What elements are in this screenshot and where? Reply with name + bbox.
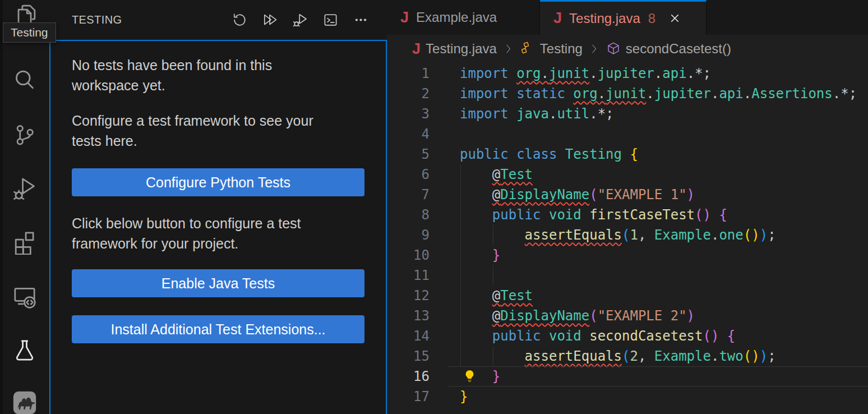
- error-squiggle: @Test: [492, 288, 533, 303]
- code-token: [460, 308, 492, 324]
- sidebar-content: No tests have been found in this workspa…: [49, 40, 387, 414]
- activity-item-extensions[interactable]: [0, 229, 49, 256]
- close-icon[interactable]: [668, 12, 681, 25]
- line-number[interactable]: 14: [387, 326, 449, 346]
- line-number[interactable]: 15: [387, 346, 449, 366]
- activity-item-camel[interactable]: [0, 389, 49, 414]
- line-content[interactable]: @Test: [449, 164, 868, 185]
- error-squiggle: assertEquals: [525, 348, 622, 364]
- search-icon: [12, 68, 37, 93]
- code-token: ,: [638, 348, 654, 364]
- line-content[interactable]: @DisplayName("EXAMPLE 2"): [449, 306, 868, 326]
- install-test-extensions-button[interactable]: Install Additional Test Extensions...: [72, 315, 364, 343]
- code-token: (): [744, 348, 760, 364]
- error-squiggle: org.junit: [516, 66, 589, 81]
- line-content[interactable]: public void secondCasetest() {: [449, 326, 868, 346]
- line-number[interactable]: 2: [387, 84, 449, 104]
- line-number[interactable]: 6: [387, 164, 449, 185]
- code-line-8: 8 public void firstCaseTest() {: [387, 205, 868, 225]
- line-number[interactable]: 5: [387, 144, 449, 164]
- line-number[interactable]: 3: [387, 104, 449, 124]
- line-number[interactable]: 12: [387, 286, 449, 306]
- code-token: junit: [549, 66, 589, 81]
- line-content[interactable]: @DisplayName("EXAMPLE 1"): [449, 185, 868, 205]
- configure-python-tests-button[interactable]: Configure Python Tests: [72, 168, 364, 196]
- line-content[interactable]: assertEquals(1, Example.one());: [449, 225, 868, 245]
- line-number[interactable]: 13: [387, 306, 449, 326]
- code-token: ,: [638, 227, 654, 243]
- tab-label: Example.java: [416, 10, 497, 25]
- line-number[interactable]: 9: [387, 225, 449, 245]
- beaker-icon: [12, 338, 37, 363]
- breadcrumb-item-Testing-java[interactable]: JTesting.java: [412, 41, 497, 57]
- code-token: @: [492, 187, 500, 203]
- lightbulb-icon[interactable]: [462, 369, 477, 384]
- line-number[interactable]: 10: [387, 245, 449, 265]
- code-token: 2: [630, 348, 638, 364]
- indent-guide: [493, 265, 493, 286]
- code-token: Example: [654, 348, 711, 364]
- line-content[interactable]: }: [449, 387, 868, 407]
- code-token: public: [492, 207, 549, 223]
- more-button[interactable]: [353, 12, 368, 27]
- code-token: }: [492, 247, 500, 263]
- refresh-button[interactable]: [232, 12, 247, 27]
- code-token: .*;: [589, 106, 613, 122]
- code-token: ;: [768, 348, 775, 364]
- line-number[interactable]: 7: [387, 185, 449, 205]
- line-content[interactable]: [449, 124, 868, 144]
- line-content[interactable]: import org.junit.jupiter.api.*;: [449, 63, 868, 84]
- line-number[interactable]: 8: [387, 205, 449, 225]
- no-tests-message: No tests have been found in this workspa…: [72, 55, 364, 95]
- code-token: [711, 207, 719, 223]
- activity-item-run-debug[interactable]: [0, 175, 49, 202]
- tab-Testing.java[interactable]: JTesting.java8: [540, 0, 707, 35]
- indent-guide: [460, 326, 461, 346]
- activity-item-remote-explorer[interactable]: [0, 283, 49, 310]
- line-number[interactable]: 17: [387, 387, 449, 407]
- chevron-right-icon: [503, 43, 514, 54]
- tab-Example.java[interactable]: JExample.java: [387, 0, 540, 35]
- code-line-17: 17}: [387, 387, 868, 407]
- code-token: [460, 288, 492, 303]
- line-content[interactable]: public class Testing {: [449, 144, 868, 164]
- sidebar-header: TESTING: [49, 0, 387, 40]
- code-token: @: [492, 167, 500, 182]
- line-content[interactable]: }: [449, 245, 868, 265]
- line-number[interactable]: 1: [387, 63, 449, 84]
- code-token: import: [460, 106, 516, 122]
- run-all-button[interactable]: [262, 12, 278, 27]
- testing-sidebar: TESTING No tests have been found in this…: [49, 0, 387, 414]
- code-token: [460, 348, 525, 364]
- error-squiggle: @DisplayName: [492, 187, 589, 203]
- line-content[interactable]: assertEquals(2, Example.two());: [449, 346, 868, 366]
- line-number[interactable]: 16: [387, 366, 449, 387]
- error-squiggle: @DisplayName: [492, 308, 589, 324]
- activity-item-search[interactable]: [0, 67, 49, 94]
- line-content[interactable]: public void firstCaseTest() {: [449, 205, 868, 225]
- code-token: util: [557, 106, 589, 122]
- run-all-icon: [262, 12, 278, 27]
- code-line-14: 14 public void secondCasetest() {: [387, 326, 868, 346]
- line-content[interactable]: [449, 265, 868, 286]
- line-content[interactable]: import static org.junit.jupiter.api.Asse…: [449, 84, 868, 104]
- enable-java-tests-button[interactable]: Enable Java Tests: [72, 269, 364, 297]
- code-token: .: [549, 106, 557, 122]
- terminal-button[interactable]: [323, 12, 338, 27]
- activity-item-source-control[interactable]: [0, 121, 49, 148]
- code-line-4: 4: [387, 124, 868, 144]
- code-token: import: [460, 66, 516, 81]
- line-content[interactable]: import java.util.*;: [449, 104, 868, 124]
- code-token: (): [695, 207, 711, 223]
- code-token: (: [622, 227, 630, 243]
- line-content[interactable]: }: [449, 366, 868, 387]
- breadcrumb-item-Testing[interactable]: Testing: [520, 41, 583, 57]
- tab-label: Testing.java: [569, 11, 640, 26]
- debug-run-button[interactable]: [293, 12, 308, 27]
- line-number[interactable]: 4: [387, 124, 449, 144]
- breadcrumb-item-secondCasetest-[interactable]: secondCasetest(): [606, 41, 731, 57]
- line-number[interactable]: 11: [387, 265, 449, 286]
- code-token: Test: [500, 288, 533, 303]
- activity-item-beaker[interactable]: [0, 337, 49, 364]
- line-content[interactable]: @Test: [449, 286, 868, 306]
